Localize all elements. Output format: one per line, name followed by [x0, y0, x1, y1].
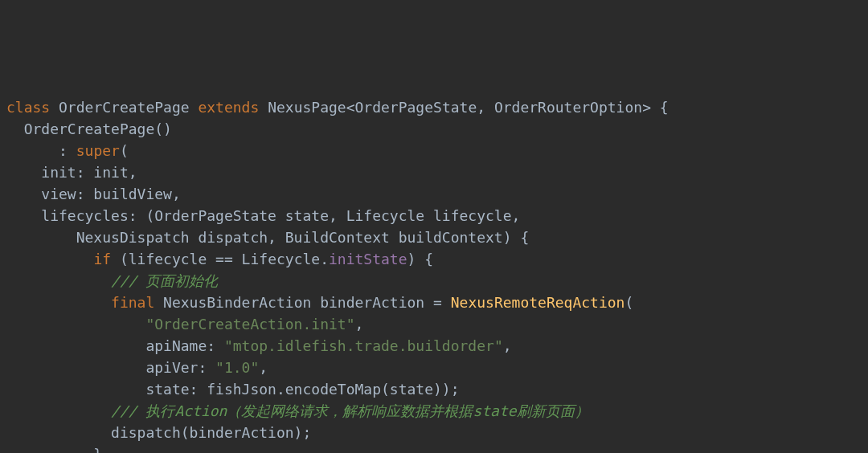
parent-class: NexusPage<OrderPageState, OrderRouterOpt… — [268, 99, 669, 116]
keyword-final: final — [111, 294, 154, 311]
code-line-13: apiVer: "1.0", — [6, 359, 268, 376]
code-editor[interactable]: class OrderCreatePage extends NexusPage<… — [6, 96, 862, 453]
method-call: NexusRemoteReqAction — [451, 294, 625, 311]
class-name: OrderCreatePage — [59, 99, 190, 116]
code-line-3: : super( — [6, 142, 129, 159]
code-line-11: "OrderCreateAction.init", — [6, 316, 363, 333]
comment-exec-action: /// 执行Action（发起网络请求，解析响应数据并根据state刷新页面） — [111, 402, 589, 419]
code-line-6: lifecycles: (OrderPageState state, Lifec… — [6, 207, 520, 224]
code-line-12: apiName: "mtop.idlefish.trade.buildorder… — [6, 337, 512, 354]
code-line-14: state: fishJson.encodeToMap(state)); — [6, 381, 460, 398]
string-action-name: "OrderCreateAction.init" — [145, 316, 354, 333]
keyword-extends: extends — [198, 99, 259, 116]
code-line-4: init: init, — [6, 164, 137, 181]
code-line-2: OrderCreatePage() — [6, 120, 172, 137]
code-line-15: /// 执行Action（发起网络请求，解析响应数据并根据state刷新页面） — [6, 402, 589, 419]
string-api-name: "mtop.idlefish.trade.buildorder" — [224, 337, 503, 354]
keyword-if: if — [93, 251, 111, 267]
keyword-class: class — [6, 99, 50, 116]
code-line-16: dispatch(binderAction); — [6, 424, 311, 441]
code-line-1: class OrderCreatePage extends NexusPage<… — [6, 99, 669, 116]
keyword-super: super — [76, 142, 120, 159]
code-line-17: } — [6, 446, 102, 453]
code-line-10: final NexusBinderAction binderAction = N… — [6, 294, 633, 311]
code-line-7: NexusDispatch dispatch, BuildContext bui… — [6, 229, 529, 246]
code-line-9: /// 页面初始化 — [6, 272, 218, 289]
comment-init: /// 页面初始化 — [111, 272, 218, 289]
code-line-8: if (lifecycle == Lifecycle.initState) { — [6, 251, 433, 267]
code-line-5: view: buildView, — [6, 186, 181, 202]
property-initstate: initState — [329, 251, 407, 267]
string-api-ver: "1.0" — [215, 359, 259, 376]
